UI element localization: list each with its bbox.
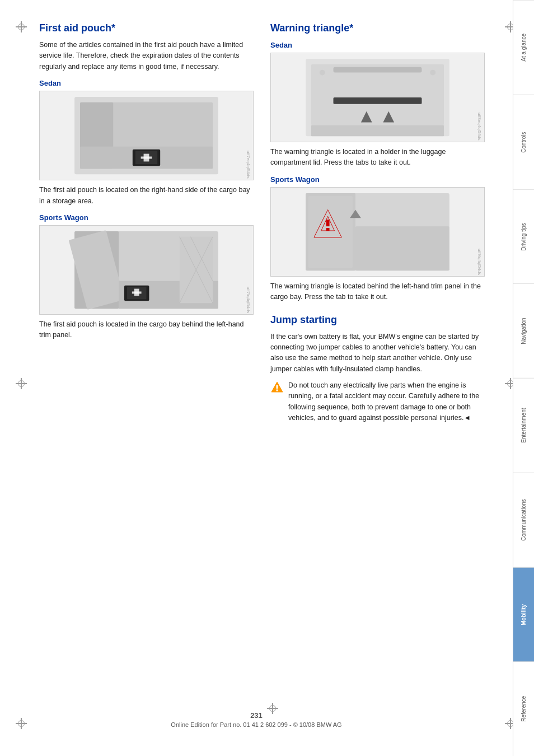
footer-text: Online Edition for Part no. 01 41 2 602 … bbox=[0, 721, 513, 728]
image-credit-1: uif7eq4ql54ds bbox=[246, 151, 251, 179]
warning-sedan-desc: The warning triangle is located in a hol… bbox=[270, 147, 485, 169]
svg-rect-31 bbox=[308, 196, 353, 268]
svg-rect-36 bbox=[355, 226, 449, 270]
svg-rect-22 bbox=[334, 67, 422, 73]
warning-sw-desc: The warning triangle is located behind t… bbox=[270, 281, 485, 303]
page-footer: 231 Online Edition for Part no. 01 41 2 … bbox=[0, 711, 513, 728]
svg-rect-39 bbox=[277, 385, 278, 389]
sidebar-item-controls[interactable]: Controls bbox=[513, 95, 534, 189]
warning-triangle-icon bbox=[271, 381, 283, 393]
main-content: First aid pouch* Some of the articles co… bbox=[0, 0, 513, 756]
first-aid-sw-image: uif7lq4ql54ds bbox=[39, 225, 254, 315]
sidebar-item-reference[interactable]: Reference bbox=[513, 661, 534, 756]
sidebar-item-entertainment[interactable]: Entertainment bbox=[513, 378, 534, 473]
jump-starting-section: Jump starting If the car's own battery i… bbox=[270, 314, 485, 424]
image-credit-4: uif9lq4ql54ds bbox=[477, 249, 482, 275]
image-credit-3: uif8eq4ql54ds bbox=[477, 113, 482, 141]
svg-rect-34 bbox=[326, 220, 330, 226]
svg-rect-25 bbox=[334, 97, 422, 104]
svg-rect-35 bbox=[326, 228, 330, 231]
image-credit-2: uif7lq4ql54ds bbox=[246, 287, 251, 313]
jump-starting-warning: Do not touch any electrically live parts… bbox=[288, 380, 485, 424]
first-aid-sedan-image: uif7eq4ql54ds bbox=[39, 91, 254, 180]
sidebar-item-communications[interactable]: Communications bbox=[513, 473, 534, 567]
svg-rect-21 bbox=[311, 64, 444, 125]
first-aid-sw-heading: Sports Wagon bbox=[39, 213, 254, 222]
first-aid-intro: Some of the articles contained in the fi… bbox=[39, 40, 254, 72]
svg-rect-7 bbox=[141, 157, 152, 159]
sidebar-item-at-a-glance[interactable]: At a glance bbox=[513, 0, 534, 95]
sidebar-item-driving-tips[interactable]: Driving tips bbox=[513, 189, 534, 284]
warning-sw-image: uif9lq4ql54ds bbox=[270, 187, 485, 277]
svg-rect-40 bbox=[277, 390, 278, 391]
first-aid-sw-desc: The first aid pouch is located in the ca… bbox=[39, 319, 254, 341]
svg-point-23 bbox=[320, 70, 325, 76]
warning-sedan-image: uif8eq4ql54ds bbox=[270, 53, 485, 142]
first-aid-sedan-desc: The first aid pouch is located on the ri… bbox=[39, 185, 254, 207]
first-aid-sedan-heading: Sedan bbox=[39, 79, 254, 87]
svg-point-24 bbox=[430, 70, 435, 76]
svg-rect-19 bbox=[132, 291, 142, 293]
svg-rect-28 bbox=[311, 125, 444, 136]
warning-title: Warning triangle* bbox=[270, 22, 485, 34]
warning-box: Do not touch any electrically live parts… bbox=[270, 380, 485, 424]
warning-sw-heading: Sports Wagon bbox=[270, 175, 485, 184]
jump-starting-title: Jump starting bbox=[270, 314, 485, 326]
page-wrapper: First aid pouch* Some of the articles co… bbox=[0, 0, 534, 756]
warning-icon-wrap bbox=[270, 381, 284, 393]
first-aid-title: First aid pouch* bbox=[39, 22, 254, 34]
col-first-aid: First aid pouch* Some of the articles co… bbox=[39, 22, 254, 430]
sidebar-item-mobility[interactable]: Mobility bbox=[513, 567, 534, 662]
jump-starting-intro: If the car's own battery is flat, your B… bbox=[270, 332, 485, 375]
page-number: 231 bbox=[0, 711, 513, 720]
warning-sedan-heading: Sedan bbox=[270, 41, 485, 49]
sidebar: At a glance Controls Driving tips Naviga… bbox=[513, 0, 534, 756]
col-warning: Warning triangle* Sedan bbox=[270, 22, 485, 430]
sidebar-item-navigation[interactable]: Navigation bbox=[513, 283, 534, 378]
